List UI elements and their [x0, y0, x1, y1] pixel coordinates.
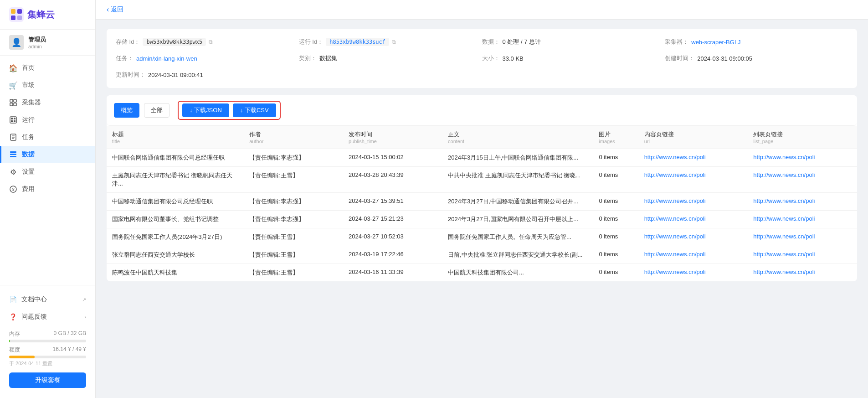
col-list-page: 列表页链接 list_page: [748, 126, 857, 149]
feedback-item[interactable]: ❓ 问题反馈 ›: [0, 308, 95, 326]
cell-author: 【责任编辑:王雪】: [244, 228, 343, 246]
user-name: 管理员: [28, 36, 46, 44]
cell-images: 0 items: [593, 211, 638, 228]
sidebar-item-label: 运行: [22, 116, 35, 124]
sidebar-item-label: 市场: [22, 81, 35, 89]
cell-url[interactable]: http://www.news.cn/poli: [639, 246, 748, 264]
cell-title: 中国移动通信集团有限公司总经理任职: [107, 193, 244, 211]
table-row[interactable]: 陈鸣波任中国航天科技集 【责任编辑:王雪】 2024-03-16 11:33:3…: [107, 264, 857, 282]
logo-icon: [9, 7, 24, 22]
cell-list-page[interactable]: http://www.news.cn/poli: [748, 264, 857, 282]
table-header: 标题 title 作者 author 发布时间 publish_time 正: [107, 126, 857, 149]
collector-value[interactable]: web-scraper-BGLJ: [691, 39, 740, 46]
table-row[interactable]: 张立群同志任西安交通大学校长 【责任编辑:王雪】 2024-03-19 17:2…: [107, 246, 857, 264]
svg-rect-20: [10, 156, 16, 157]
upgrade-button[interactable]: 升级套餐: [9, 372, 86, 388]
cell-content: 中共中央批准 王庭凯同志任天津市纪委书记 衡晓...: [442, 167, 593, 193]
cell-url[interactable]: http://www.news.cn/poli: [639, 211, 748, 228]
size-label: 大小：: [482, 54, 500, 62]
back-label: 返回: [111, 5, 123, 14]
created-label: 创建时间：: [665, 54, 694, 62]
updated-label: 更新时间：: [116, 71, 145, 79]
data-icon: [9, 150, 17, 159]
download-json-button[interactable]: ↓ 下载JSON: [182, 103, 229, 117]
collector-label: 采集器：: [665, 38, 688, 46]
category-row: 类别： 数据集: [299, 52, 482, 64]
cell-list-page[interactable]: http://www.news.cn/poli: [748, 246, 857, 264]
market-icon: 🛒: [9, 81, 17, 89]
user-area: 👤 管理员 admin: [0, 30, 95, 56]
table-row[interactable]: 中国联合网络通信集团有限公司总经理任职 【责任编辑:李志强】 2024-03-1…: [107, 149, 857, 167]
feedback-icon: ❓: [9, 313, 17, 320]
category-value: 数据集: [319, 54, 337, 62]
cell-url[interactable]: http://www.news.cn/poli: [639, 228, 748, 246]
topbar: ‹ 返回: [96, 0, 868, 20]
memory-section: 内存 0 GB / 32 GB 额度 16.14 ¥ / 49 ¥ 于 2024…: [0, 326, 95, 393]
data-count-value: 0 处理 / 7 总计: [503, 38, 541, 46]
memory-label: 内存 0 GB / 32 GB: [9, 330, 86, 338]
cell-url[interactable]: http://www.news.cn/poli: [639, 167, 748, 193]
task-value[interactable]: admin/xin-lang-xin-wen: [136, 55, 197, 62]
sidebar-item-market[interactable]: 🛒 市场: [0, 77, 95, 94]
cell-author: 【责任编辑:李志强】: [244, 211, 343, 228]
doc-icon: 📄: [9, 296, 17, 303]
cell-list-page[interactable]: http://www.news.cn/poli: [748, 193, 857, 211]
tab-all[interactable]: 全部: [144, 103, 169, 118]
cell-list-page[interactable]: http://www.news.cn/poli: [748, 228, 857, 246]
cell-publish-time: 2024-03-27 15:39:51: [343, 193, 442, 211]
feedback-label: 问题反馈: [21, 313, 47, 321]
content-area: 存储 Id： bw53xb9w8kk33pwx5 ⧉ 运行 Id： h853xb…: [96, 20, 868, 398]
cell-author: 【责任编辑:王雪】: [244, 264, 343, 282]
size-value: 33.0 KB: [503, 55, 524, 62]
col-images: 图片 images: [593, 126, 638, 149]
table-row[interactable]: 国务院任免国家工作人员(2024年3月27日) 【责任编辑:王雪】 2024-0…: [107, 228, 857, 246]
back-button[interactable]: ‹ 返回: [107, 5, 123, 14]
sidebar-item-collector[interactable]: 采集器: [0, 94, 95, 111]
table-row[interactable]: 王庭凯同志任天津市纪委书记 衡晓帆同志任天津... 【责任编辑:王雪】 2024…: [107, 167, 857, 193]
sidebar-item-home[interactable]: 🏠 首页: [0, 59, 95, 77]
cell-author: 【责任编辑:李志强】: [244, 193, 343, 211]
cell-images: 0 items: [593, 264, 638, 282]
cell-list-page[interactable]: http://www.news.cn/poli: [748, 149, 857, 167]
cell-author: 【责任编辑:李志强】: [244, 149, 343, 167]
sidebar-item-run[interactable]: 运行: [0, 111, 95, 129]
home-icon: 🏠: [9, 64, 17, 72]
sidebar-item-label: 采集器: [22, 98, 41, 107]
memory-bar: [9, 340, 86, 342]
run-id-row: 运行 Id： h853xb9w8kk33sucf ⧉: [299, 36, 482, 48]
run-icon: [9, 116, 17, 124]
storage-id-row: 存储 Id： bw53xb9w8kk33pwx5 ⧉: [116, 36, 299, 48]
copy-storage-icon[interactable]: ⧉: [209, 39, 213, 45]
created-value: 2024-03-31 09:00:05: [697, 55, 752, 62]
cell-list-page[interactable]: http://www.news.cn/poli: [748, 167, 857, 193]
run-id-label: 运行 Id：: [299, 38, 323, 46]
col-publish-time: 发布时间 publish_time: [343, 126, 442, 149]
cell-publish-time: 2024-03-27 10:52:03: [343, 228, 442, 246]
download-csv-button[interactable]: ↓ 下载CSV: [233, 103, 276, 117]
svg-rect-1: [11, 9, 15, 14]
cell-content: 国务院任免国家工作人员。任命周天为应急管...: [442, 228, 593, 246]
sidebar-item-label: 费用: [22, 185, 35, 193]
sidebar-item-data[interactable]: 数据: [0, 146, 95, 163]
table-row[interactable]: 国家电网有限公司董事长、党组书记调整 【责任编辑:李志强】 2024-03-27…: [107, 211, 857, 228]
tab-overview[interactable]: 概览: [114, 103, 139, 118]
cell-url[interactable]: http://www.news.cn/poli: [639, 264, 748, 282]
sidebar-item-task[interactable]: 任务: [0, 129, 95, 146]
credit-label: 额度 16.14 ¥ / 49 ¥: [9, 346, 86, 354]
cell-list-page[interactable]: http://www.news.cn/poli: [748, 211, 857, 228]
cell-url[interactable]: http://www.news.cn/poli: [639, 193, 748, 211]
col-title: 标题 title: [107, 126, 244, 149]
cell-title: 国家电网有限公司董事长、党组书记调整: [107, 211, 244, 228]
nav-menu: 🏠 首页 🛒 市场 采集器 运行 任务: [0, 56, 95, 285]
doc-center-item[interactable]: 📄 文档中心 ↗: [0, 291, 95, 308]
copy-run-icon[interactable]: ⧉: [392, 39, 396, 45]
col-url: 内容页链接 url: [639, 126, 748, 149]
sidebar-item-cost[interactable]: ¥ 费用: [0, 181, 95, 198]
credit-fill: [9, 356, 35, 358]
toolbar-card: 概览 全部 ↓ 下载JSON ↓ 下载CSV: [107, 95, 857, 126]
task-label: 任务：: [116, 54, 134, 62]
cell-url[interactable]: http://www.news.cn/poli: [639, 149, 748, 167]
toolbar: 概览 全部 ↓ 下载JSON ↓ 下载CSV: [107, 95, 857, 126]
sidebar-item-settings[interactable]: ⚙ 设置: [0, 163, 95, 181]
table-row[interactable]: 中国移动通信集团有限公司总经理任职 【责任编辑:李志强】 2024-03-27 …: [107, 193, 857, 211]
